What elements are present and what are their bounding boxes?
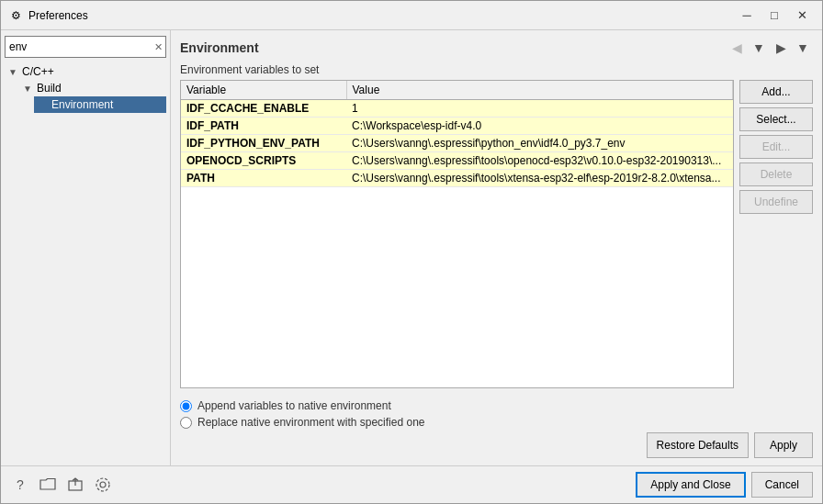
export-icon[interactable]: [65, 475, 85, 495]
panel-label: Environment variables to set: [180, 63, 813, 76]
sidebar-item-build[interactable]: ▼ Build: [19, 80, 166, 96]
sidebar-item-label-environment: Environment: [51, 98, 113, 111]
table-row[interactable]: OPENOCD_SCRIPTSC:\Users\vanng\.espressif…: [181, 152, 733, 170]
sidebar-item-label-build: Build: [37, 82, 62, 95]
search-clear-button[interactable]: ✕: [151, 38, 165, 56]
right-panel: Environment ◀ ▼ ▶ ▼ Environment variable…: [171, 30, 822, 465]
radio-append-label[interactable]: Append variables to native environment: [197, 399, 391, 412]
action-buttons: Add... Select... Edit... Delete Undefine: [739, 80, 813, 396]
search-input[interactable]: [6, 39, 151, 55]
edit-button[interactable]: Edit...: [739, 135, 813, 159]
help-icon[interactable]: ?: [10, 475, 30, 495]
svg-point-1: [100, 482, 106, 487]
table-and-btns: Variable Value IDF_CCACHE_ENABLE1IDF_PAT…: [180, 80, 813, 396]
table-row[interactable]: PATHC:\Users\vanng\.espressif\tools\xten…: [181, 170, 733, 187]
table-cell-value: C:\Workspace\esp-idf-v4.0: [346, 118, 733, 135]
radio-append[interactable]: [180, 400, 192, 412]
cancel-button[interactable]: Cancel: [751, 472, 813, 498]
nav-back-button[interactable]: ◀: [727, 38, 747, 58]
radio-replace-label[interactable]: Replace native environment with specifie…: [197, 416, 424, 429]
bottom-buttons: Apply and Close Cancel: [636, 472, 813, 498]
apply-close-button[interactable]: Apply and Close: [636, 472, 745, 498]
window-title: Preferences: [28, 9, 734, 22]
nav-fwd-dropdown-button[interactable]: ▼: [793, 38, 813, 58]
panel-toolbar: ◀ ▼ ▶ ▼: [727, 38, 813, 58]
table-cell-value: C:\Users\vanng\.espressif\tools\openocd-…: [346, 152, 733, 170]
minimize-button[interactable]: ─: [734, 6, 760, 26]
apply-button[interactable]: Apply: [754, 432, 813, 458]
env-table-container: Variable Value IDF_CCACHE_ENABLE1IDF_PAT…: [180, 80, 734, 388]
bottom-row: ?: [10, 472, 813, 498]
radio-replace-row: Replace native environment with specifie…: [180, 416, 813, 429]
select-button[interactable]: Select...: [739, 107, 813, 131]
close-button[interactable]: ✕: [789, 6, 815, 26]
undefine-button[interactable]: Undefine: [739, 190, 813, 214]
radio-append-row: Append variables to native environment: [180, 399, 813, 412]
table-cell-variable: PATH: [181, 170, 346, 187]
main-content: ✕ ▼ C/C++ ▼ Build Environment: [1, 30, 822, 465]
panel-header: Environment ◀ ▼ ▶ ▼: [180, 38, 813, 58]
folder-icon[interactable]: [38, 475, 58, 495]
panel-title: Environment: [180, 40, 259, 55]
sidebar-item-cpp[interactable]: ▼ C/C++: [5, 63, 166, 80]
radio-group: Append variables to native environment R…: [180, 399, 813, 432]
title-bar: ⚙ Preferences ─ □ ✕: [1, 1, 822, 30]
restore-defaults-button[interactable]: Restore Defaults: [647, 432, 749, 458]
table-row[interactable]: IDF_PYTHON_ENV_PATHC:\Users\vanng\.espre…: [181, 135, 733, 152]
table-cell-variable: OPENOCD_SCRIPTS: [181, 152, 346, 170]
bottom-bar: ?: [1, 465, 822, 503]
delete-button[interactable]: Delete: [739, 162, 813, 186]
maximize-button[interactable]: □: [761, 6, 787, 26]
settings-icon[interactable]: [93, 475, 113, 495]
radio-replace[interactable]: [180, 417, 192, 429]
preferences-window: ⚙ Preferences ─ □ ✕ ✕ ▼ C/C++ ▼ Build: [0, 0, 823, 504]
table-cell-variable: IDF_PATH: [181, 118, 346, 135]
table-row[interactable]: IDF_PATHC:\Workspace\esp-idf-v4.0: [181, 118, 733, 135]
nav-dropdown-button[interactable]: ▼: [749, 38, 769, 58]
search-box: ✕: [5, 36, 166, 58]
table-cell-value: C:\Users\vanng\.espressif\tools\xtensa-e…: [346, 170, 733, 187]
sidebar: ✕ ▼ C/C++ ▼ Build Environment: [1, 30, 171, 465]
add-button[interactable]: Add...: [739, 80, 813, 104]
sidebar-item-environment[interactable]: Environment: [34, 96, 166, 113]
table-row[interactable]: IDF_CCACHE_ENABLE1: [181, 100, 733, 118]
table-cell-variable: IDF_CCACHE_ENABLE: [181, 100, 346, 118]
table-cell-variable: IDF_PYTHON_ENV_PATH: [181, 135, 346, 152]
sidebar-item-label-cpp: C/C++: [22, 65, 54, 78]
window-controls: ─ □ ✕: [734, 6, 815, 26]
table-cell-value: 1: [346, 100, 733, 118]
nav-fwd-button[interactable]: ▶: [771, 38, 791, 58]
tree-arrow-cpp: ▼: [8, 67, 19, 77]
svg-point-2: [96, 478, 109, 491]
restore-apply-row: Restore Defaults Apply: [180, 432, 813, 458]
env-table: Variable Value IDF_CCACHE_ENABLE1IDF_PAT…: [181, 81, 733, 187]
tree-children-cpp: ▼ Build Environment: [5, 80, 166, 113]
tree-children-build: Environment: [19, 96, 166, 113]
footer-icons: ?: [10, 475, 113, 495]
window-icon: ⚙: [8, 8, 23, 23]
col-header-variable: Variable: [181, 81, 346, 100]
table-cell-value: C:\Users\vanng\.espressif\python_env\idf…: [346, 135, 733, 152]
tree-arrow-build: ▼: [23, 84, 34, 94]
col-header-value: Value: [346, 81, 733, 100]
